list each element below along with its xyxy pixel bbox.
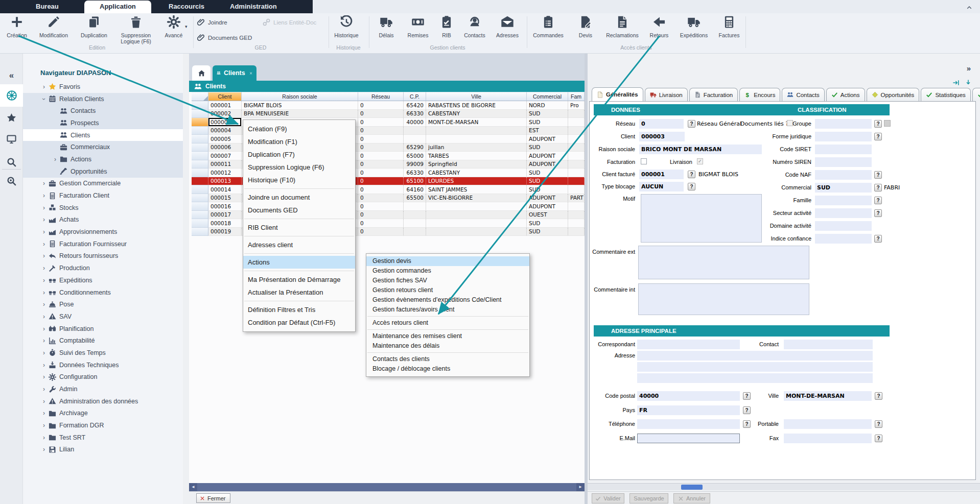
help-button[interactable]: ? [875, 420, 882, 428]
cell-ville[interactable]: VIC-EN-BIGORRE [426, 194, 527, 203]
table-horizontal-scrollbar[interactable]: ◄► [189, 483, 585, 491]
field-input[interactable] [637, 351, 873, 361]
cell-reseau[interactable]: 0 [358, 211, 404, 220]
cell-reseau[interactable]: 0 [358, 160, 404, 169]
cell-commercial[interactable]: ADUPONT [527, 160, 568, 169]
sidebar-item-archivage[interactable]: ›Archivage [23, 407, 183, 420]
sidebar-item-opportunites[interactable]: Opportunités [23, 165, 183, 178]
cell-cp[interactable] [404, 127, 426, 135]
footer-button-valider[interactable]: Valider [592, 493, 624, 503]
field-input[interactable]: AUCUN [639, 182, 684, 191]
row-selector-cell[interactable] [192, 202, 208, 211]
commentaire-ext-textarea[interactable] [638, 246, 809, 279]
cell-fam[interactable] [568, 169, 585, 177]
menu-item-modification-f1[interactable]: Modification (F1) [243, 135, 355, 148]
footer-button-annuler[interactable]: Annuler [673, 493, 710, 503]
field-input[interactable] [637, 373, 873, 383]
sidebar-item-comptabilite[interactable]: ›Comptabilité [23, 334, 183, 347]
menu-item-contacts-des-clients[interactable]: Contacts des clients [366, 354, 529, 364]
help-button[interactable]: ? [875, 435, 882, 442]
cell-ville[interactable] [426, 127, 527, 135]
cell-client[interactable]: 000019 [208, 228, 242, 236]
field-input[interactable] [815, 196, 872, 205]
row-selector-cell[interactable] [192, 127, 208, 135]
detail-tab-qui-quand[interactable]: Qui, quand ? [972, 88, 980, 101]
menu-item-gestion-factures-avoirs-client[interactable]: Gestion factures/avoirs client [366, 305, 529, 315]
cell-commercial[interactable]: ADUPONT [527, 152, 568, 160]
sidebar-item-conditionnements[interactable]: ›Conditionnements [23, 286, 183, 299]
menu-tab-bureau[interactable]: Bureau [20, 0, 74, 13]
menu-item-rib-client[interactable]: RIB Client [243, 221, 355, 234]
scroll-left-arrow[interactable]: ◄ [189, 483, 197, 491]
cell-ville[interactable] [426, 211, 527, 220]
menu-item-actualiser-la-presentation[interactable]: Actualiser la Présentation [243, 286, 355, 299]
menu-item-maintenance-des-delais[interactable]: Maintenance des délais [366, 341, 529, 351]
cell-fam[interactable] [568, 118, 585, 127]
cell-cp[interactable]: 64160 [404, 185, 426, 194]
row-selector-cell[interactable] [192, 169, 208, 177]
cell-ville[interactable] [426, 202, 527, 211]
cell-cp[interactable]: 66330 [404, 169, 426, 177]
menu-item-definition-filtres-et-tris[interactable]: Définition Filtres et Tris [243, 303, 355, 316]
cell-ville[interactable]: SAINT JAMMES [426, 185, 527, 194]
cell-commercial[interactable]: OUEST [527, 211, 568, 220]
field-input[interactable] [815, 145, 872, 154]
column-header-reseau[interactable]: Réseau [358, 92, 404, 101]
ribbon-item-adresses[interactable]: Adresses [484, 15, 531, 38]
cell-reseau[interactable]: 0 [358, 118, 404, 127]
sidebar-item-gestion-commerciale[interactable]: ›Gestion Commerciale [23, 178, 183, 190]
column-header-c-p[interactable]: C.P. [404, 92, 426, 101]
cell-cp[interactable] [404, 228, 426, 236]
menu-item-gestion-fiches-sav[interactable]: Gestion fiches SAV [366, 276, 529, 285]
help-button[interactable]: ? [688, 183, 695, 190]
cell-fam[interactable] [568, 110, 585, 118]
cell-ville[interactable]: CABESTANY [426, 110, 527, 118]
cell-ville[interactable]: RABASTENS DE BIGORRE [426, 101, 527, 110]
row-selector-cell[interactable] [192, 143, 208, 152]
cell-commercial[interactable]: SUD [527, 169, 568, 177]
menu-item-creation-f9[interactable]: Création (F9) [243, 123, 355, 135]
cell-client[interactable]: 000015 [208, 194, 242, 203]
sidebar-item-stocks[interactable]: ›Stocks [23, 202, 183, 214]
row-selector-cell[interactable] [192, 185, 208, 194]
row-selector-cell[interactable] [192, 211, 208, 220]
menu-item-blocage-deblocage-clients[interactable]: Blocage / déblocage clients [366, 364, 529, 374]
detail-tab-opportunites[interactable]: Opportunités [867, 88, 920, 101]
cell-cp[interactable]: 65500 [404, 194, 426, 203]
table-row-000002[interactable]: 000002BPA MENUISERIE066330CABESTANYSUD [192, 110, 585, 118]
table-row-000001[interactable]: 000001BIGMAT BLOIS065420RABASTENS DE BIG… [192, 101, 585, 110]
column-header-ville[interactable]: Ville [426, 92, 527, 101]
field-input[interactable]: 40000 [637, 391, 740, 401]
cell-commercial[interactable]: SUD [527, 177, 568, 186]
cell-client[interactable]: 000005 [208, 135, 242, 143]
cell-cp[interactable]: 65290 [404, 143, 426, 152]
menu-item-adresses-client[interactable]: Adresses client [243, 238, 355, 251]
cell-ville[interactable] [426, 228, 527, 236]
field-input[interactable]: MONT-DE-MARSAN [784, 391, 872, 401]
diapason-wheel-icon[interactable] [0, 84, 23, 107]
sidebar-item-administration-des-donnees[interactable]: ›Administration des données [23, 395, 183, 407]
menu-item-condition-par-defaut-ctrl-f5[interactable]: Condition par Défaut (Ctrl-F5) [243, 316, 355, 329]
cell-commercial[interactable]: SUD [527, 219, 568, 228]
menu-item-gestion-retours-client[interactable]: Gestion retours client [366, 285, 529, 295]
cell-ville[interactable]: CABESTANY [426, 169, 527, 177]
help-button[interactable]: ? [874, 133, 882, 140]
fermer-button[interactable]: Fermer [196, 493, 230, 503]
cell-reseau[interactable]: 0 [358, 152, 404, 160]
detail-tab-contacts[interactable]: Contacts [782, 88, 824, 101]
cell-client[interactable]: 000016 [208, 202, 242, 211]
cell-fam[interactable] [568, 185, 585, 194]
checkbox[interactable]: ✓ [697, 158, 703, 164]
field-input[interactable] [637, 340, 740, 349]
cell-fam[interactable] [568, 202, 585, 211]
footer-button-sauvegarde[interactable]: Sauvegarde [629, 493, 668, 503]
cell-ville[interactable] [426, 219, 527, 228]
field-input[interactable] [815, 157, 872, 167]
cell-ville[interactable]: LOURDES [426, 177, 527, 186]
ribbon-item-factures[interactable]: Factures [706, 15, 753, 38]
menu-item-historique-f10[interactable]: Historique (F10) [243, 174, 355, 186]
cell-commercial[interactable]: SUD [527, 228, 568, 236]
sidebar-item-suivi-des-temps[interactable]: ›Suivi des Temps [23, 347, 183, 359]
scroll-right-arrow[interactable]: ► [576, 483, 585, 491]
sidebar-item-achats[interactable]: ›Achats [23, 214, 183, 226]
